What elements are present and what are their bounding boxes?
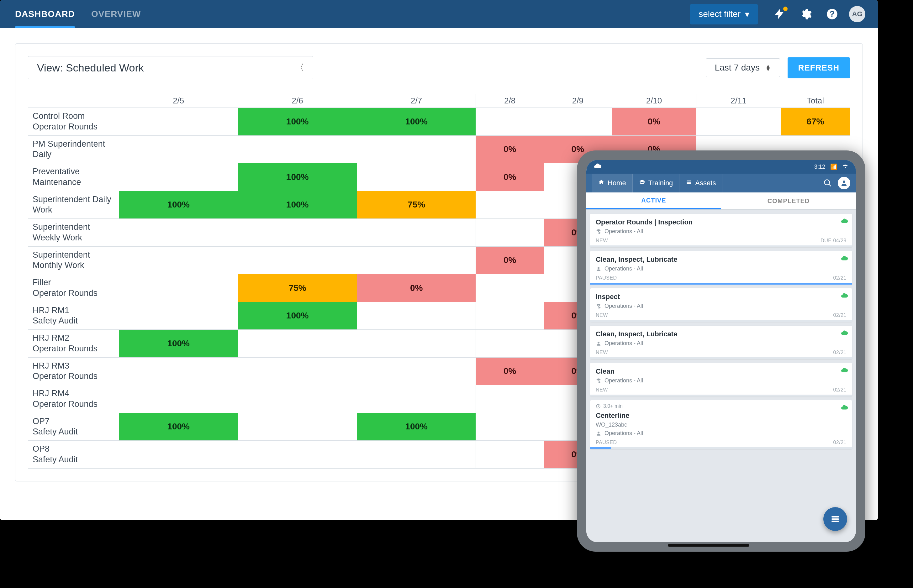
work-card[interactable]: Operator Rounds | InspectionOperations -… (590, 214, 852, 247)
grid-cell[interactable] (119, 441, 238, 468)
work-list[interactable]: Operator Rounds | InspectionOperations -… (586, 210, 856, 542)
card-status: PAUSED (596, 275, 617, 281)
grid-cell[interactable] (357, 302, 476, 330)
grid-cell[interactable] (119, 274, 238, 302)
grid-cell[interactable]: 0% (476, 136, 544, 163)
grid-cell[interactable] (119, 163, 238, 191)
grid-cell[interactable] (476, 274, 544, 302)
grid-cell[interactable]: 75% (238, 274, 357, 302)
refresh-button[interactable]: REFRESH (788, 57, 850, 78)
grid-cell[interactable]: 100% (357, 108, 476, 136)
svg-point-11 (598, 431, 600, 433)
app-tab-home[interactable]: Home (592, 174, 633, 192)
grid-cell[interactable]: 0% (476, 246, 544, 274)
notification-badge (783, 6, 788, 11)
grid-cell[interactable] (476, 413, 544, 441)
avatar[interactable]: AG (849, 6, 865, 22)
grid-cell[interactable]: 75% (357, 191, 476, 219)
app-avatar[interactable] (838, 177, 850, 189)
row-label: PreventativeMaintenance (28, 163, 119, 191)
card-org: Operations - All (596, 303, 847, 309)
grid-cell[interactable] (476, 108, 544, 136)
sync-cloud-icon (841, 367, 848, 375)
grid-cell[interactable]: 100% (238, 191, 357, 219)
tab-dashboard[interactable]: DASHBOARD (15, 0, 75, 28)
work-card[interactable]: InspectOperations - AllNEW02/21 (590, 288, 852, 322)
fab-menu-button[interactable] (823, 507, 847, 531)
grid-cell[interactable] (238, 441, 357, 468)
grid-cell[interactable] (357, 441, 476, 468)
work-card[interactable]: CleanOperations - AllNEW02/21 (590, 363, 852, 396)
grid-cell[interactable]: 0% (476, 163, 544, 191)
grid-cell[interactable] (119, 385, 238, 413)
grid-cell[interactable]: 100% (238, 302, 357, 330)
gear-icon[interactable] (797, 5, 815, 24)
subtab-active[interactable]: ACTIVE (586, 192, 721, 209)
grid-cell[interactable]: 0% (476, 357, 544, 385)
grid-cell[interactable] (476, 330, 544, 358)
card-due: 02/21 (833, 275, 847, 281)
grid-cell[interactable]: 0% (357, 274, 476, 302)
grid-cell[interactable] (357, 163, 476, 191)
grid-cell[interactable] (476, 385, 544, 413)
row-label: Superintendent DailyWork (28, 191, 119, 219)
grid-cell[interactable]: 100% (238, 108, 357, 136)
grid-cell[interactable] (238, 219, 357, 247)
work-card[interactable]: Clean, Inspect, LubricateOperations - Al… (590, 251, 852, 284)
view-select[interactable]: View: Scheduled Work 〈 (28, 56, 313, 79)
row-label: FillerOperator Rounds (28, 274, 119, 302)
card-org: Operations - All (596, 430, 847, 437)
grid-cell[interactable] (696, 108, 781, 136)
grid-cell[interactable] (357, 219, 476, 247)
grid-cell[interactable] (238, 385, 357, 413)
grid-cell[interactable] (119, 302, 238, 330)
grid-cell[interactable] (238, 330, 357, 358)
grid-cell[interactable]: 67% (781, 108, 850, 136)
grid-cell[interactable] (119, 357, 238, 385)
search-icon[interactable] (822, 178, 833, 189)
column-header: 2/11 (696, 94, 781, 108)
grid-cell[interactable]: 100% (119, 191, 238, 219)
grid-cell[interactable] (357, 246, 476, 274)
grid-cell[interactable] (119, 136, 238, 163)
grid-cell[interactable] (357, 385, 476, 413)
app-tab-assets[interactable]: Assets (679, 174, 722, 192)
card-title: Operator Rounds | Inspection (596, 218, 847, 226)
grid-cell[interactable] (238, 136, 357, 163)
grid-cell[interactable] (544, 108, 612, 136)
grid-cell[interactable] (119, 219, 238, 247)
grid-cell[interactable]: 100% (238, 163, 357, 191)
column-header: 2/10 (612, 94, 696, 108)
grid-cell[interactable] (119, 108, 238, 136)
grid-cell[interactable] (238, 413, 357, 441)
grid-cell[interactable]: 100% (357, 413, 476, 441)
help-icon[interactable]: ? (823, 5, 842, 24)
grid-cell[interactable] (238, 357, 357, 385)
grid-cell[interactable] (476, 441, 544, 468)
grid-cell[interactable] (476, 219, 544, 247)
work-card[interactable]: Clean, Inspect, LubricateOperations - Al… (590, 326, 852, 359)
grid-cell[interactable] (238, 246, 357, 274)
select-filter-button[interactable]: select filter ▾ (690, 4, 758, 24)
grid-cell[interactable] (476, 302, 544, 330)
grid-cell[interactable]: 0% (612, 108, 696, 136)
app-tab-training[interactable]: Training (633, 174, 680, 192)
grid-cell[interactable] (357, 330, 476, 358)
subtab-completed[interactable]: COMPLETED (721, 192, 856, 209)
card-due: 02/21 (833, 440, 847, 445)
svg-point-7 (598, 305, 599, 307)
tab-overview[interactable]: OVERVIEW (91, 0, 141, 28)
date-range-select[interactable]: Last 7 days ▲▼ (706, 58, 780, 77)
column-header: 2/8 (476, 94, 544, 108)
bolt-icon[interactable] (770, 5, 789, 24)
grid-cell[interactable]: 100% (119, 330, 238, 358)
grid-cell[interactable] (357, 357, 476, 385)
app-tab-home-label: Home (608, 179, 626, 187)
grid-cell[interactable] (357, 136, 476, 163)
grid-cell[interactable]: 100% (119, 413, 238, 441)
work-card[interactable]: 3.0+ minCenterlineWO_123abcOperations - … (590, 400, 852, 449)
grid-cell[interactable] (119, 246, 238, 274)
app-tab-assets-label: Assets (695, 179, 716, 187)
grid-cell[interactable] (476, 191, 544, 219)
select-caret-icon: ▲▼ (765, 65, 771, 71)
